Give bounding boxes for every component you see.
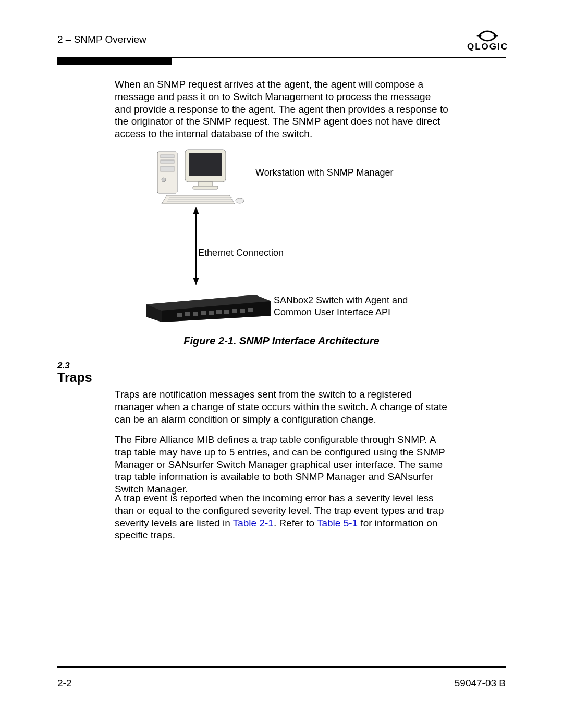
svg-rect-28 [232, 309, 237, 313]
svg-rect-24 [201, 311, 206, 315]
header-breadcrumb: 2 – SNMP Overview [57, 34, 146, 45]
traps-paragraph-2: The Fibre Alliance MIB defines a trap ta… [115, 434, 454, 496]
ethernet-label: Ethernet Connection [198, 248, 284, 258]
section-title: Traps [57, 370, 92, 385]
workstation-illustration [156, 149, 245, 208]
section-number: 2.3 [57, 361, 70, 371]
figure-snmp-architecture: Workstation with SNMP Manager Ethernet C… [115, 149, 448, 326]
svg-rect-23 [193, 312, 198, 316]
qlogic-mark-icon [467, 30, 508, 42]
footer-rule [57, 666, 506, 668]
svg-rect-26 [216, 310, 222, 314]
switch-label: SANbox2 Switch with Agent and Common Use… [274, 294, 408, 318]
svg-marker-17 [193, 278, 199, 285]
svg-rect-27 [224, 310, 229, 314]
switch-label-line1: SANbox2 Switch with Agent and [274, 295, 408, 305]
svg-rect-22 [185, 312, 190, 316]
header-accent-bar [57, 57, 172, 65]
page-number: 2-2 [57, 677, 71, 689]
traps-paragraph-1: Traps are notification messages sent fro… [115, 388, 448, 425]
switch-label-line2: Common User Interface API [274, 307, 390, 317]
intro-paragraph: When an SNMP request arrives at the agen… [115, 78, 448, 140]
figure-caption: Figure 2-1. SNMP Interface Architecture [115, 335, 448, 347]
svg-rect-25 [209, 311, 214, 315]
link-table-2-1[interactable]: Table 2-1 [233, 517, 274, 528]
workstation-label: Workstation with SNMP Manager [255, 167, 393, 178]
svg-rect-4 [161, 160, 174, 163]
double-arrow-icon [192, 207, 200, 287]
brand-logo-text: QLOGIC [467, 42, 508, 52]
p4-text-b: . Refer to [274, 517, 317, 528]
svg-point-6 [162, 178, 166, 182]
svg-rect-30 [248, 308, 253, 312]
document-id: 59047-03 B [455, 677, 506, 689]
brand-logo: QLOGIC [467, 30, 508, 52]
svg-rect-9 [198, 182, 213, 186]
svg-rect-10 [193, 186, 218, 189]
svg-rect-3 [161, 155, 174, 158]
svg-marker-16 [193, 207, 199, 214]
svg-rect-5 [161, 166, 174, 171]
svg-rect-21 [177, 313, 182, 317]
svg-rect-8 [189, 153, 222, 176]
traps-paragraph-3: A trap event is reported when the incomi… [115, 492, 454, 541]
svg-rect-29 [240, 309, 245, 313]
link-table-5-1[interactable]: Table 5-1 [317, 517, 358, 528]
switch-illustration [146, 292, 271, 325]
svg-point-14 [236, 198, 244, 203]
